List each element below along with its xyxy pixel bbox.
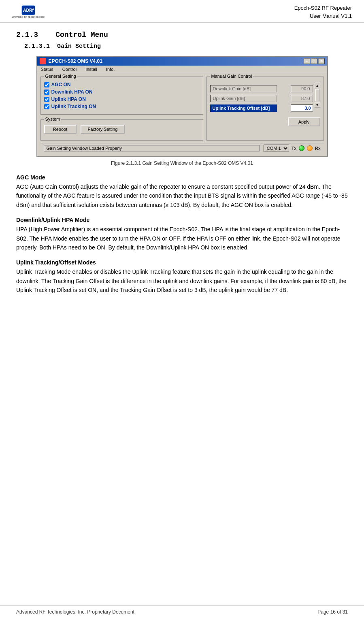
general-setting-legend: General Setting <box>44 74 77 79</box>
gain-rows-area: Downlink Gain [dB] 90.0 Uplink Gain [dB]… <box>210 83 320 126</box>
downlink-gain-label: Downlink Gain [dB] <box>210 85 277 92</box>
uplink-tracking-label: Uplink Tracking ON <box>51 104 96 109</box>
scrollbar-up-button[interactable]: ▲ <box>315 83 320 88</box>
uplink-gain-value: 87.0 <box>291 95 313 102</box>
window-title: EPOCH-S02 OMS V4.01 <box>49 58 102 64</box>
status-message: Gain Setting Window Loaded Properly <box>44 145 260 151</box>
downlink-gain-row: Downlink Gain [dB] 90.0 <box>210 85 313 92</box>
uplink-gain-row: Uplink Gain [dB] 87.0 <box>210 95 313 102</box>
gain-rows-container: Downlink Gain [dB] 90.0 Uplink Gain [dB]… <box>210 83 320 114</box>
system-panel: System Reboot Factory Setting <box>40 119 203 141</box>
uplink-tracking-offset-label: Uplink Tracking Offset [dB] <box>210 104 277 112</box>
apply-button[interactable]: Apply <box>288 117 320 126</box>
system-legend: System <box>44 117 62 121</box>
rx-led <box>307 145 313 151</box>
main-content: 2.1.3 Control Menu 2.1.3.1 Gain Setting … <box>0 23 364 308</box>
tx-led <box>299 145 304 151</box>
system-buttons-row: Reboot Factory Setting <box>44 121 200 137</box>
subsection-heading: 2.1.3.1 Gain Setting <box>24 43 348 50</box>
window-titlebar: EPOCH-S02 OMS V4.01 − □ ✕ <box>37 57 327 66</box>
hpa-mode-text: HPA (High Power Amplifier) is an essenti… <box>16 225 348 252</box>
downlink-hpa-checkbox[interactable] <box>44 90 49 95</box>
right-panel: Manual Gain Control Downlink Gain [dB] 9… <box>206 77 324 141</box>
svg-text:ADVANCED RF TECHNOLOGIES: ADVANCED RF TECHNOLOGIES <box>12 16 45 18</box>
menu-control[interactable]: Control <box>61 66 78 72</box>
tx-label: Tx <box>292 146 296 151</box>
titlebar-left: EPOCH-S02 OMS V4.01 <box>40 58 102 64</box>
left-panel: General Setting AGC ON Downlink HPA ON <box>40 77 203 141</box>
uplink-hpa-checkbox[interactable] <box>44 97 49 102</box>
uplink-tracking-text: Uplink Tracking Mode enables or disables… <box>16 267 348 294</box>
uplink-gain-label: Uplink Gain [dB] <box>210 95 277 102</box>
agc-mode-title: AGC Mode <box>16 174 348 181</box>
footer-left: Advanced RF Technologies, Inc. Proprieta… <box>16 609 134 615</box>
scrollbar-down-button[interactable]: ▼ <box>315 102 320 108</box>
menu-install[interactable]: Install <box>84 66 98 72</box>
titlebar-buttons[interactable]: − □ ✕ <box>304 58 325 64</box>
gain-scrollbar: ▲ ▼ <box>315 83 320 114</box>
application-window: EPOCH-S02 OMS V4.01 − □ ✕ Status Control… <box>36 56 328 157</box>
hpa-mode-title: Downlink/Uplink HPA Mode <box>16 217 348 223</box>
agc-on-label: AGC ON <box>51 82 71 87</box>
uplink-tracking-row: Uplink Tracking ON <box>44 104 200 109</box>
close-button[interactable]: ✕ <box>318 58 325 64</box>
menu-info[interactable]: Info. <box>105 66 116 72</box>
uplink-hpa-label: Uplink HPA ON <box>51 96 86 102</box>
uplink-tracking-offset-input[interactable] <box>291 104 313 112</box>
agc-on-row: AGC ON <box>44 82 200 87</box>
uplink-hpa-row: Uplink HPA ON <box>44 96 200 102</box>
downlink-gain-value: 90.0 <box>291 85 313 92</box>
section-heading: 2.1.3 Control Menu <box>16 31 348 39</box>
window-body: General Setting AGC ON Downlink HPA ON <box>37 73 327 156</box>
general-setting-panel: General Setting AGC ON Downlink HPA ON <box>40 77 203 115</box>
window-menubar: Status Control Install Info. <box>37 66 327 73</box>
downlink-hpa-row: Downlink HPA ON <box>44 89 200 95</box>
page-header: ADRf ADVANCED RF TECHNOLOGIES Epoch-S02 … <box>0 0 364 23</box>
status-right: COM 1 COM 2 COM 3 Tx Rx <box>264 145 321 152</box>
downlink-hpa-label: Downlink HPA ON <box>51 89 93 95</box>
header-title-line2: User Manual V1.1 <box>294 12 352 20</box>
com-select[interactable]: COM 1 COM 2 COM 3 <box>264 145 289 152</box>
gain-rows-list: Downlink Gain [dB] 90.0 Uplink Gain [dB]… <box>210 83 313 114</box>
menu-status[interactable]: Status <box>40 66 55 72</box>
footer-right: Page 16 of 31 <box>317 609 348 615</box>
figure-caption: Figure 2.1.3.1 Gain Setting Window of th… <box>16 160 348 166</box>
agc-mode-text: AGC (Auto Gain Control) adjusts the vari… <box>16 182 348 209</box>
header-title: Epoch-S02 RF Repeater User Manual V1.1 <box>294 4 352 20</box>
scrollbar-thumb[interactable] <box>315 89 319 101</box>
factory-setting-button[interactable]: Factory Setting <box>81 125 125 134</box>
window-panels: General Setting AGC ON Downlink HPA ON <box>40 77 324 141</box>
uplink-tracking-title: Uplink Tracking/Offset Modes <box>16 259 348 266</box>
minimize-button[interactable]: − <box>304 58 310 64</box>
logo-area: ADRf ADVANCED RF TECHNOLOGIES <box>12 4 45 20</box>
page-footer: Advanced RF Technologies, Inc. Proprieta… <box>0 605 364 618</box>
manual-gain-panel: Manual Gain Control Downlink Gain [dB] 9… <box>206 77 324 141</box>
company-logo: ADRf ADVANCED RF TECHNOLOGIES <box>12 4 45 20</box>
status-bar: Gain Setting Window Loaded Properly COM … <box>40 143 324 153</box>
uplink-tracking-checkbox[interactable] <box>44 104 49 109</box>
maximize-button[interactable]: □ <box>311 58 317 64</box>
agc-on-checkbox[interactable] <box>44 82 49 87</box>
rx-label: Rx <box>315 146 320 151</box>
header-title-line1: Epoch-S02 RF Repeater <box>294 4 352 12</box>
window-icon <box>40 58 46 64</box>
apply-row: Apply <box>210 117 320 126</box>
svg-text:ADRf: ADRf <box>23 8 34 13</box>
manual-gain-legend: Manual Gain Control <box>210 74 253 79</box>
uplink-tracking-offset-row: Uplink Tracking Offset [dB] <box>210 104 313 112</box>
reboot-button[interactable]: Reboot <box>44 125 77 134</box>
